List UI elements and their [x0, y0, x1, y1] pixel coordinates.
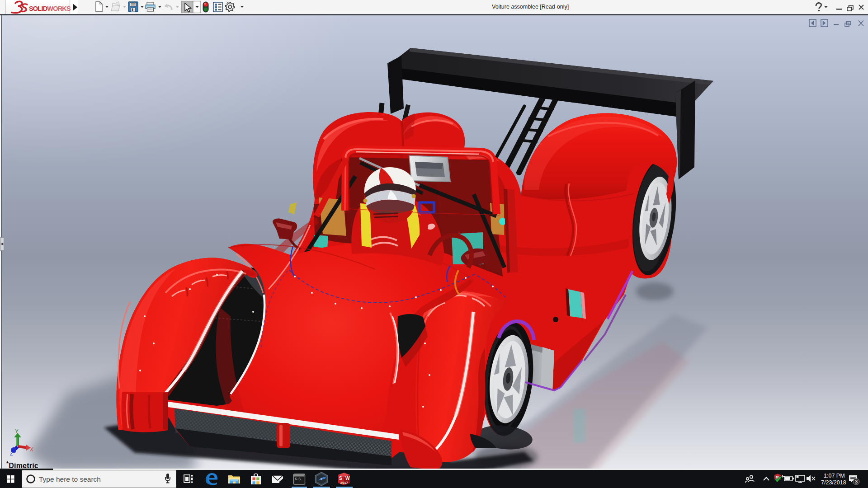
svg-text:S: S [339, 476, 342, 481]
svg-text:C:\_: C:\_ [295, 477, 304, 481]
svg-text:Type here to search: Type here to search [39, 475, 101, 483]
svg-text:Z: Z [10, 451, 13, 456]
svg-text:X: X [30, 446, 33, 453]
svg-text:W: W [345, 476, 350, 481]
svg-text:SOLIDWORKS: SOLIDWORKS [29, 5, 71, 12]
svg-text:2017: 2017 [340, 481, 348, 485]
svg-text:1:07 PM: 1:07 PM [824, 473, 845, 479]
svg-text:3: 3 [855, 479, 858, 484]
svg-text:7/23/2018: 7/23/2018 [821, 479, 846, 486]
